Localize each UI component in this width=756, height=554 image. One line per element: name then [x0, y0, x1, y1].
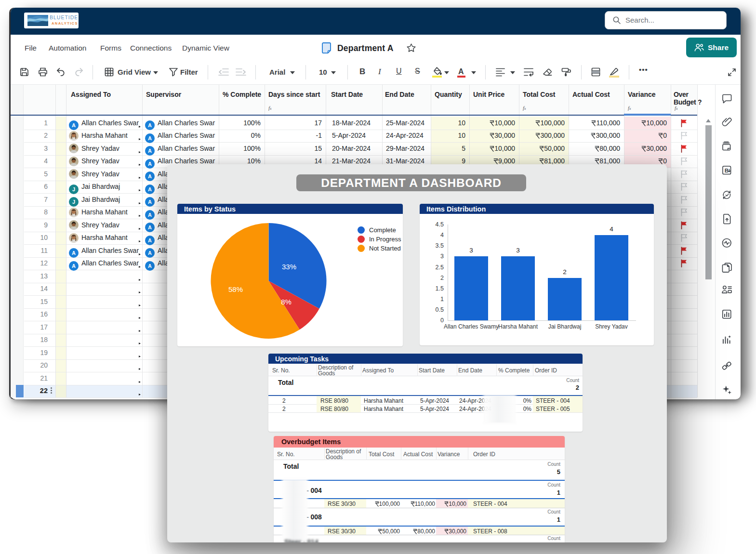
svg-text:BLUETIDE: BLUETIDE	[50, 14, 78, 20]
svg-text:B: B	[725, 167, 729, 173]
svg-text:ANALYTICS: ANALYTICS	[52, 21, 78, 26]
